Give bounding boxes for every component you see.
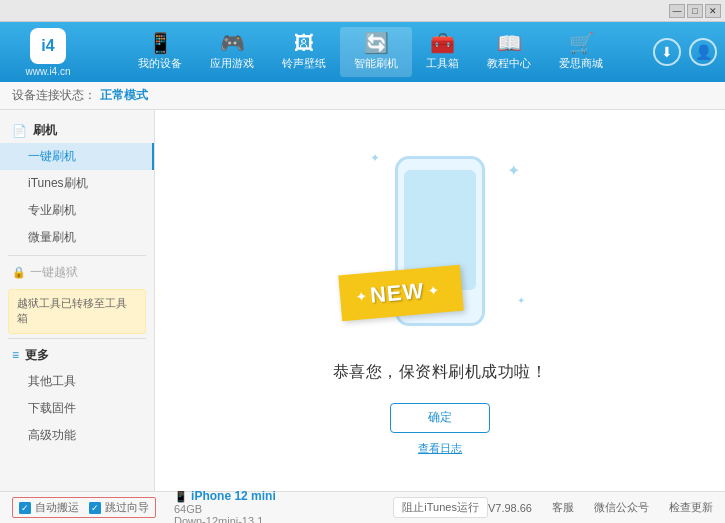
nav-icon-shop: 🛒 <box>569 33 594 53</box>
logo-icon: i4 <box>30 28 66 64</box>
nav-label-wallpaper: 铃声壁纸 <box>282 56 326 71</box>
footer-device-info: 📱 iPhone 12 mini 64GB Down-12mini-13,1 <box>174 489 276 524</box>
window-controls: — □ ✕ <box>669 4 721 18</box>
checkbox-skip-wizard[interactable]: ✓ <box>89 502 101 514</box>
nav-item-smart-flash[interactable]: 🔄 智能刷机 <box>340 27 412 77</box>
nav-label-tools: 工具箱 <box>426 56 459 71</box>
logo-url: www.i4.cn <box>25 66 70 77</box>
locked-label: 一键越狱 <box>30 264 78 281</box>
checkbox-auto-migrate[interactable]: ✓ <box>19 502 31 514</box>
main-area: 📄 刷机 一键刷机 iTunes刷机 专业刷机 微量刷机 🔒 一键越狱 越狱工具… <box>0 110 725 491</box>
nav-right-controls: ⬇ 👤 <box>653 38 717 66</box>
sidebar-item-silent[interactable]: 微量刷机 <box>0 224 154 251</box>
update-link[interactable]: 检查更新 <box>669 500 713 515</box>
flash-section-label: 刷机 <box>33 122 57 139</box>
nav-item-tools[interactable]: 🧰 工具箱 <box>412 27 473 77</box>
checkbox-group: ✓ 自动搬运 ✓ 跳过向导 <box>12 497 156 518</box>
nav-items: 📱 我的设备 🎮 应用游戏 🖼 铃声壁纸 🔄 智能刷机 🧰 工具箱 📖 教程中心… <box>88 27 653 77</box>
sparkle-icon-2: ✦ <box>370 151 380 165</box>
minimize-button[interactable]: — <box>669 4 685 18</box>
sidebar-notice: 越狱工具已转移至工具箱 <box>8 289 146 334</box>
device-firmware: Down-12mini-13,1 <box>174 515 263 524</box>
lock-icon: 🔒 <box>12 266 26 279</box>
sidebar: 📄 刷机 一键刷机 iTunes刷机 专业刷机 微量刷机 🔒 一键越狱 越狱工具… <box>0 110 155 491</box>
sidebar-section-flash: 📄 刷机 <box>0 118 154 143</box>
nav-icon-wallpaper: 🖼 <box>294 33 314 53</box>
sidebar-item-itunes[interactable]: iTunes刷机 <box>0 170 154 197</box>
sidebar-item-pro[interactable]: 专业刷机 <box>0 197 154 224</box>
footer: ✓ 自动搬运 ✓ 跳过向导 📱 iPhone 12 mini 64GB Down… <box>0 491 725 523</box>
content-area: ✦ ✦ ✦ ✦ NEW ✦ 恭喜您，保资料刷机成功啦！ 确定 查看日志 <box>155 110 725 491</box>
sidebar-divider-1 <box>8 255 146 256</box>
nav-bar: i4 www.i4.cn 📱 我的设备 🎮 应用游戏 🖼 铃声壁纸 🔄 智能刷机… <box>0 22 725 82</box>
device-storage: 64GB <box>174 503 202 515</box>
status-value: 正常模式 <box>100 87 148 104</box>
sidebar-item-one-click[interactable]: 一键刷机 <box>0 143 154 170</box>
skip-wizard-label: 跳过向导 <box>105 500 149 515</box>
star-left-icon: ✦ <box>354 288 367 305</box>
nav-item-shop[interactable]: 🛒 爱思商城 <box>545 27 617 77</box>
nav-icon-my-device: 📱 <box>148 33 173 53</box>
nav-item-apps[interactable]: 🎮 应用游戏 <box>196 27 268 77</box>
nav-item-tutorial[interactable]: 📖 教程中心 <box>473 27 545 77</box>
close-button[interactable]: ✕ <box>705 4 721 18</box>
nav-label-apps: 应用游戏 <box>210 56 254 71</box>
nav-icon-apps: 🎮 <box>220 33 245 53</box>
confirm-button[interactable]: 确定 <box>390 403 490 433</box>
logo: i4 www.i4.cn <box>8 28 88 77</box>
nav-icon-tutorial: 📖 <box>497 33 522 53</box>
status-label: 设备连接状态： <box>12 87 96 104</box>
wechat-link[interactable]: 微信公众号 <box>594 500 649 515</box>
nav-icon-smart-flash: 🔄 <box>364 33 389 53</box>
support-link[interactable]: 客服 <box>552 500 574 515</box>
download-button[interactable]: ⬇ <box>653 38 681 66</box>
sidebar-item-other-tools[interactable]: 其他工具 <box>0 368 154 395</box>
success-message: 恭喜您，保资料刷机成功啦！ <box>333 362 548 383</box>
sidebar-item-advanced[interactable]: 高级功能 <box>0 422 154 449</box>
view-log-link[interactable]: 查看日志 <box>418 441 462 456</box>
sparkle-icon-3: ✦ <box>517 295 525 306</box>
nav-label-smart-flash: 智能刷机 <box>354 56 398 71</box>
footer-left: ✓ 自动搬运 ✓ 跳过向导 📱 iPhone 12 mini 64GB Down… <box>12 489 393 524</box>
nav-icon-tools: 🧰 <box>430 33 455 53</box>
nav-label-my-device: 我的设备 <box>138 56 182 71</box>
nav-item-my-device[interactable]: 📱 我的设备 <box>124 27 196 77</box>
more-section-icon: ≡ <box>12 348 19 362</box>
auto-migrate-label: 自动搬运 <box>35 500 79 515</box>
user-button[interactable]: 👤 <box>689 38 717 66</box>
nav-item-wallpaper[interactable]: 🖼 铃声壁纸 <box>268 27 340 77</box>
footer-right: V7.98.66 客服 微信公众号 检查更新 <box>488 500 713 515</box>
title-bar: — □ ✕ <box>0 0 725 22</box>
more-section-label: 更多 <box>25 347 49 364</box>
nav-label-tutorial: 教程中心 <box>487 56 531 71</box>
version-label: V7.98.66 <box>488 502 532 514</box>
star-right-icon: ✦ <box>427 281 440 298</box>
status-bar: 设备连接状态： 正常模式 <box>0 82 725 110</box>
maximize-button[interactable]: □ <box>687 4 703 18</box>
sidebar-divider-2 <box>8 338 146 339</box>
sidebar-section-more: ≡ 更多 <box>0 343 154 368</box>
sidebar-locked-jailbreak: 🔒 一键越狱 <box>0 260 154 285</box>
device-icon: 📱 <box>174 490 191 502</box>
sparkle-icon-1: ✦ <box>507 161 520 180</box>
flash-section-icon: 📄 <box>12 124 27 138</box>
nav-label-shop: 爱思商城 <box>559 56 603 71</box>
new-badge-text: NEW <box>369 278 425 309</box>
stop-itunes-button[interactable]: 阻止iTunes运行 <box>393 497 488 518</box>
phone-illustration: ✦ ✦ ✦ ✦ NEW ✦ <box>350 146 530 346</box>
sidebar-item-download-fw[interactable]: 下载固件 <box>0 395 154 422</box>
